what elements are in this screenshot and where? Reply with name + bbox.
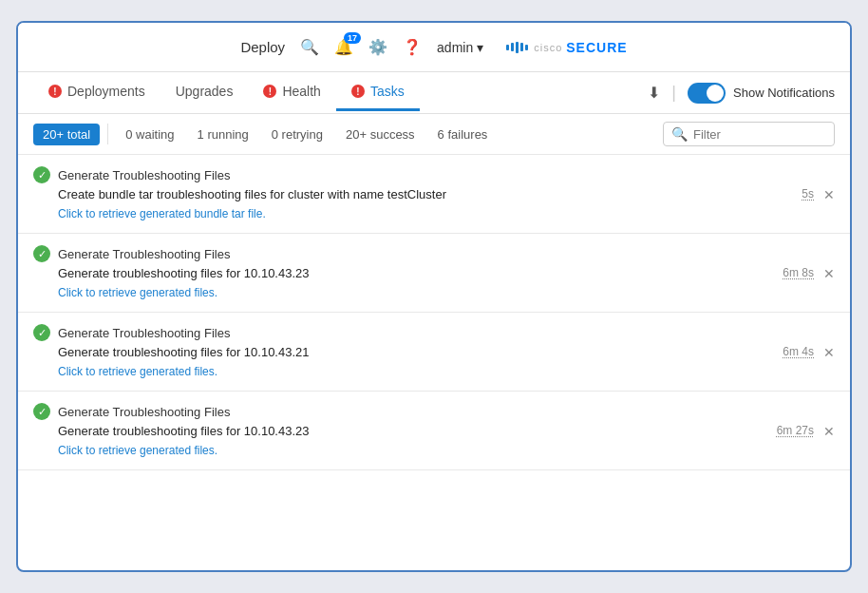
task-body: Generate troubleshooting files for 10.10…: [58, 266, 835, 300]
filter-input-wrap: 🔍: [663, 122, 835, 146]
secure-text: SECURE: [566, 40, 627, 55]
task-description: Generate troubleshooting files for 10.10…: [58, 424, 310, 438]
task-group-title: Generate Troubleshooting Files: [58, 326, 230, 340]
task-group: ✓ Generate Troubleshooting Files Generat…: [18, 313, 850, 392]
search-icon[interactable]: 🔍: [300, 38, 319, 56]
task-close-button[interactable]: ✕: [823, 187, 835, 202]
download-icon[interactable]: ⬇: [648, 84, 660, 102]
task-row-inner: Generate troubleshooting files for 10.10…: [58, 345, 835, 379]
task-group-header: ✓ Generate Troubleshooting Files: [33, 245, 835, 262]
main-window: Deploy 🔍 🔔 17 ⚙️ ❓ admin ▾ cisco SECURE: [16, 21, 852, 572]
brand-logo: cisco SECURE: [506, 40, 627, 55]
task-time: 5s: [802, 187, 814, 201]
tab-tasks-label: Tasks: [370, 84, 405, 99]
task-link[interactable]: Click to retrieve generated bundle tar f…: [58, 207, 266, 220]
task-success-icon: ✓: [33, 166, 50, 183]
task-row-inner: Generate troubleshooting files for 10.10…: [58, 266, 835, 300]
tabs-row: ! Deployments Upgrades ! Health ! Tasks …: [18, 72, 850, 114]
task-content: Generate troubleshooting files for 10.10…: [58, 266, 310, 300]
filter-search-icon: 🔍: [671, 126, 688, 142]
filter-retrying[interactable]: 0 retrying: [262, 124, 332, 145]
task-time: 6m 4s: [783, 345, 814, 358]
admin-chevron: ▾: [477, 40, 483, 55]
task-right: 5s ✕: [802, 187, 835, 202]
notifications-toggle-wrap: Show Notifications: [688, 83, 835, 104]
task-right: 6m 4s ✕: [783, 345, 835, 360]
task-success-icon: ✓: [33, 324, 50, 341]
task-content: Create bundle tar troubleshooting files …: [58, 187, 446, 221]
tab-health[interactable]: ! Health: [248, 74, 335, 111]
filter-bar: 20+ total 0 waiting 1 running 0 retrying…: [18, 114, 850, 155]
task-close-button[interactable]: ✕: [823, 424, 835, 439]
task-right: 6m 8s ✕: [783, 266, 835, 281]
notifications-bell[interactable]: 🔔 17: [334, 38, 353, 56]
deploy-nav-item[interactable]: Deploy: [240, 39, 285, 55]
task-right: 6m 27s ✕: [777, 424, 835, 439]
task-row-inner: Generate troubleshooting files for 10.10…: [58, 424, 835, 458]
filter-separator: [107, 124, 108, 144]
cisco-text: cisco: [534, 42, 562, 53]
task-group-title: Generate Troubleshooting Files: [58, 247, 230, 261]
notifications-toggle-label: Show Notifications: [733, 86, 835, 100]
task-time: 6m 27s: [777, 424, 814, 437]
task-link[interactable]: Click to retrieve generated files.: [58, 286, 217, 299]
task-list: ✓ Generate Troubleshooting Files Create …: [18, 155, 850, 570]
filter-success[interactable]: 20+ success: [336, 124, 425, 145]
task-group-title: Generate Troubleshooting Files: [58, 405, 230, 419]
task-group-header: ✓ Generate Troubleshooting Files: [33, 166, 835, 183]
task-group: ✓ Generate Troubleshooting Files Generat…: [18, 234, 850, 313]
task-description: Create bundle tar troubleshooting files …: [58, 187, 446, 201]
task-body: Generate troubleshooting files for 10.10…: [58, 424, 835, 458]
tab-upgrades[interactable]: Upgrades: [160, 74, 249, 111]
settings-icon[interactable]: ⚙️: [368, 38, 387, 56]
help-icon[interactable]: ❓: [403, 38, 422, 56]
task-group-title: Generate Troubleshooting Files: [58, 168, 230, 182]
task-time: 6m 8s: [783, 266, 814, 279]
tab-health-label: Health: [282, 84, 320, 99]
total-count-badge[interactable]: 20+ total: [33, 124, 100, 145]
cisco-icon: [506, 42, 528, 53]
filter-running[interactable]: 1 running: [188, 124, 258, 145]
filter-waiting[interactable]: 0 waiting: [116, 124, 183, 145]
tab-deployments-label: Deployments: [67, 84, 145, 99]
deployments-error-icon: !: [48, 85, 62, 98]
notification-badge: 17: [344, 32, 361, 44]
task-group: ✓ Generate Troubleshooting Files Create …: [18, 155, 850, 234]
health-error-icon: !: [263, 85, 276, 98]
task-close-button[interactable]: ✕: [823, 345, 835, 360]
task-link[interactable]: Click to retrieve generated files.: [58, 365, 217, 378]
admin-label: admin: [437, 40, 473, 55]
tasks-error-icon: !: [351, 85, 365, 98]
tabs-right-controls: ⬇ | Show Notifications: [648, 83, 835, 104]
admin-menu[interactable]: admin ▾: [437, 40, 483, 55]
tab-deployments[interactable]: ! Deployments: [33, 74, 160, 111]
task-description: Generate troubleshooting files for 10.10…: [58, 266, 310, 280]
task-success-icon: ✓: [33, 403, 50, 420]
task-group: ✓ Generate Troubleshooting Files Generat…: [18, 392, 850, 470]
filter-failures[interactable]: 6 failures: [428, 124, 498, 145]
task-content: Generate troubleshooting files for 10.10…: [58, 345, 310, 379]
filter-input[interactable]: [693, 127, 826, 142]
task-row-inner: Create bundle tar troubleshooting files …: [58, 187, 835, 221]
task-description: Generate troubleshooting files for 10.10…: [58, 345, 310, 359]
task-body: Create bundle tar troubleshooting files …: [58, 187, 835, 221]
task-group-header: ✓ Generate Troubleshooting Files: [33, 403, 835, 420]
task-link[interactable]: Click to retrieve generated files.: [58, 444, 217, 457]
tab-tasks[interactable]: ! Tasks: [336, 74, 420, 111]
task-success-icon: ✓: [33, 245, 50, 262]
task-close-button[interactable]: ✕: [823, 266, 835, 281]
notifications-toggle[interactable]: [688, 83, 726, 104]
top-nav: Deploy 🔍 🔔 17 ⚙️ ❓ admin ▾ cisco SECURE: [18, 23, 850, 72]
task-content: Generate troubleshooting files for 10.10…: [58, 424, 310, 458]
task-group-header: ✓ Generate Troubleshooting Files: [33, 324, 835, 341]
task-body: Generate troubleshooting files for 10.10…: [58, 345, 835, 379]
tab-upgrades-label: Upgrades: [176, 84, 234, 99]
